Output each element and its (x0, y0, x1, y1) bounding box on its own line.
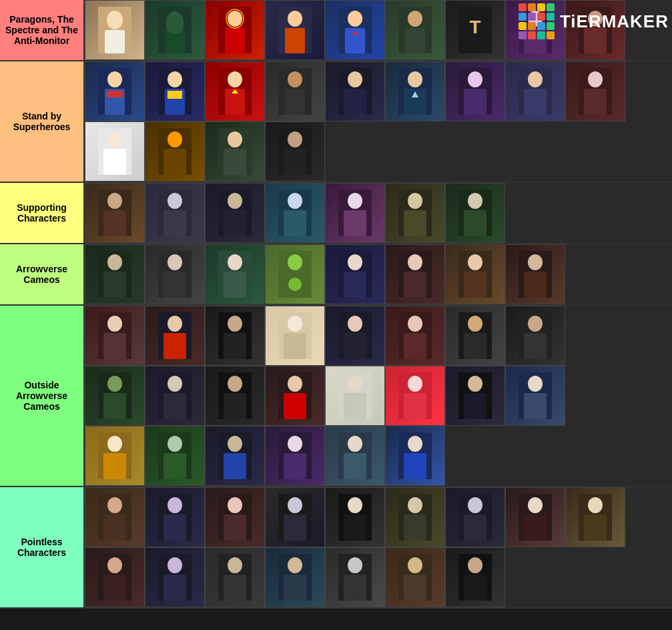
card-oa12[interactable] (265, 366, 325, 426)
card-sb9[interactable] (565, 61, 625, 121)
svg-rect-32 (107, 91, 123, 97)
card-pc10[interactable] (85, 547, 145, 607)
svg-rect-2 (105, 30, 125, 53)
svg-point-79 (228, 193, 242, 209)
card-pc7[interactable] (445, 487, 505, 547)
card-oa10[interactable] (145, 366, 205, 426)
card-sc2[interactable] (145, 183, 205, 243)
svg-rect-89 (404, 210, 426, 236)
tier-content-outside (83, 306, 672, 486)
card-oa19[interactable] (205, 426, 265, 486)
svg-point-145 (167, 376, 182, 392)
card-ac8[interactable] (505, 244, 565, 304)
card-pc3[interactable] (205, 487, 265, 547)
card-sc3[interactable] (205, 183, 265, 243)
card-oa8[interactable] (505, 306, 565, 366)
card-oa16[interactable] (505, 366, 565, 426)
card-pc2[interactable] (145, 487, 205, 547)
tier-row-supporting: Supporting Characters (0, 183, 672, 244)
svg-point-199 (408, 497, 422, 513)
card-oa7[interactable] (445, 306, 505, 366)
card-ac4[interactable] (265, 244, 325, 304)
card-oa22[interactable] (385, 426, 445, 486)
logo-text: TiERMAKER (560, 11, 669, 32)
card-sb13[interactable] (265, 121, 325, 182)
card-p1[interactable] (85, 0, 145, 60)
svg-rect-152 (284, 393, 306, 419)
card-p4[interactable] (265, 0, 325, 60)
card-ac7[interactable] (445, 244, 505, 304)
svg-point-64 (167, 131, 182, 147)
card-oa6[interactable] (385, 306, 445, 366)
card-p7[interactable]: T (445, 0, 505, 60)
card-ac5[interactable] (325, 244, 385, 304)
card-oa17[interactable] (85, 426, 145, 486)
card-pc4[interactable] (265, 487, 325, 547)
card-oa13[interactable] (325, 366, 385, 426)
card-pc8[interactable] (505, 487, 565, 547)
card-oa9[interactable] (85, 366, 145, 426)
svg-point-19 (408, 11, 422, 27)
card-oa14[interactable] (385, 366, 445, 426)
card-sb6[interactable] (385, 61, 445, 121)
card-sc6[interactable] (385, 183, 445, 243)
card-oa5[interactable] (325, 306, 385, 366)
svg-rect-200 (404, 515, 426, 541)
card-sb1[interactable] (85, 61, 145, 121)
card-sb11[interactable] (145, 121, 205, 182)
svg-rect-197 (344, 515, 366, 541)
card-oa4[interactable] (265, 306, 325, 366)
card-pc5[interactable] (325, 487, 385, 547)
card-sc7[interactable] (445, 183, 505, 243)
card-sb8[interactable] (505, 61, 565, 121)
card-sb2[interactable] (145, 61, 205, 121)
card-ac3[interactable] (205, 244, 265, 304)
svg-point-70 (288, 131, 302, 147)
svg-point-61 (107, 131, 122, 147)
card-sc4[interactable] (265, 183, 325, 243)
card-sb4[interactable] (265, 61, 325, 121)
card-oa11[interactable] (205, 366, 265, 426)
card-sc1[interactable] (85, 183, 145, 243)
card-oa20[interactable] (265, 426, 325, 486)
card-sb5[interactable] (325, 61, 385, 121)
card-oa18[interactable] (145, 426, 205, 486)
card-ac1[interactable] (85, 244, 145, 304)
card-pc6[interactable] (385, 487, 445, 547)
card-oa2[interactable] (145, 306, 205, 366)
card-oa15[interactable] (445, 366, 505, 426)
tier-label-paragons: Paragons, The Spectre and The Anti-Monit… (0, 0, 83, 60)
card-pc15[interactable] (385, 547, 445, 607)
svg-rect-68 (224, 149, 246, 175)
svg-rect-206 (524, 515, 547, 541)
card-pc13[interactable] (265, 547, 325, 607)
card-pc9[interactable] (565, 487, 625, 547)
svg-point-196 (348, 497, 362, 513)
svg-rect-116 (524, 272, 547, 298)
card-pc1[interactable] (85, 487, 145, 547)
card-sb7[interactable] (445, 61, 505, 121)
card-sc5[interactable] (325, 183, 385, 243)
card-oa1[interactable] (85, 306, 145, 366)
card-pc11[interactable] (145, 547, 205, 607)
card-pc12[interactable] (205, 547, 265, 607)
svg-point-217 (228, 557, 242, 573)
card-sb3[interactable] (205, 61, 265, 121)
svg-rect-83 (284, 210, 306, 236)
tier-row-stand-by: Stand by Superheroes (0, 61, 672, 183)
card-oa3[interactable] (205, 306, 265, 366)
card-pc16[interactable] (445, 547, 505, 607)
card-sb10[interactable] (85, 121, 145, 182)
card-ac6[interactable] (385, 244, 445, 304)
svg-rect-77 (163, 210, 186, 236)
card-ac2[interactable] (145, 244, 205, 304)
card-sb12[interactable] (205, 121, 265, 182)
card-p2[interactable] (145, 0, 205, 60)
card-p5[interactable] (325, 0, 385, 60)
tier-label-pointless: Pointless Characters (0, 487, 83, 607)
card-p6[interactable] (385, 0, 445, 60)
card-p3[interactable] (205, 0, 265, 60)
card-pc14[interactable] (325, 547, 385, 607)
card-oa21[interactable] (325, 426, 385, 486)
tier-content-arrowverse (83, 244, 672, 304)
